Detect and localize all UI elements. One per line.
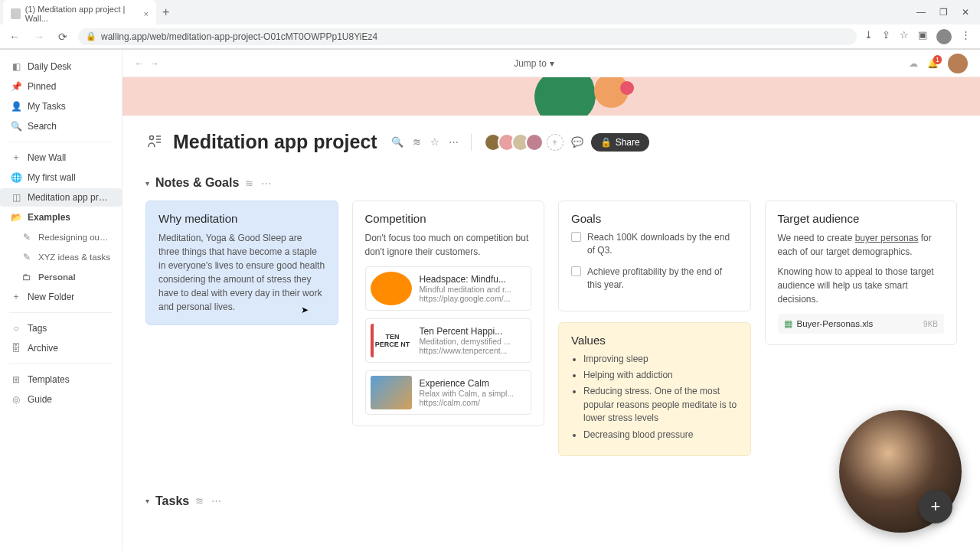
guide-icon: ◎ [11, 394, 21, 405]
title-search-icon[interactable]: 🔍 [391, 136, 403, 148]
sidebar-tags[interactable]: ○Tags [0, 319, 122, 337]
card-goals[interactable]: Goals Reach 100K downloads by the end of… [558, 201, 751, 311]
card-title: Why meditation [158, 212, 325, 225]
sidepanel-icon[interactable]: ▣ [918, 29, 927, 44]
new-tab-button[interactable]: + [156, 2, 175, 22]
sidebar-examples[interactable]: 📂Examples [0, 208, 122, 227]
bookmark-icon[interactable]: ☆ [900, 29, 909, 44]
history-forward-icon[interactable]: → [150, 58, 159, 69]
section-more-icon[interactable]: ⋯ [211, 495, 221, 507]
cloud-sync-icon[interactable]: ☁ [909, 58, 918, 69]
share-label: Share [616, 137, 640, 148]
goal-text: Reach 100K downloads by the end of Q3. [587, 231, 738, 258]
sidebar-guide[interactable]: ◎Guide [0, 390, 122, 409]
tab-title: (1) Meditation app project | Wall... [25, 5, 139, 23]
back-icon[interactable]: ← [6, 28, 23, 46]
project-icon: ◫ [11, 192, 21, 203]
close-tab-icon[interactable]: × [144, 9, 149, 18]
collapse-icon[interactable]: ▾ [145, 497, 149, 505]
minimize-icon[interactable]: — [916, 7, 926, 18]
history-back-icon[interactable]: ← [135, 58, 144, 69]
folder-open-icon: 📂 [11, 212, 21, 223]
share-chrome-icon[interactable]: ⇪ [882, 29, 890, 44]
chrome-menu-icon[interactable]: ⋮ [961, 29, 971, 44]
title-filter-icon[interactable]: ≋ [413, 136, 421, 148]
user-avatar[interactable] [948, 54, 968, 73]
comments-icon[interactable]: 💬 [571, 136, 583, 148]
doc-icon: ✎ [21, 252, 32, 262]
title-more-icon[interactable]: ⋯ [449, 136, 459, 148]
user-icon: 👤 [11, 101, 21, 112]
chevron-down-icon: ▾ [550, 58, 554, 69]
project-title-icon [145, 132, 165, 152]
buyer-personas-link[interactable]: buyer personas [855, 233, 919, 243]
sidebar-new-wall[interactable]: +New Wall [0, 148, 122, 167]
link-card-calm[interactable]: Experience Calm Relax with Calm, a simpl… [365, 370, 532, 415]
link-thumb-icon [371, 376, 412, 409]
sidebar-my-tasks[interactable]: 👤My Tasks [0, 97, 122, 116]
card-title: Competition [365, 212, 532, 225]
card-target-audience[interactable]: Target audience We need to create buyer … [765, 201, 958, 345]
goal-text: Achieve profitability by the end of this… [587, 266, 738, 292]
file-name: Buyer-Personas.xls [797, 319, 874, 328]
add-collaborator-button[interactable]: + [547, 134, 564, 151]
app-topbar: ← → Jump to ▾ ☁ 🔔1 [122, 50, 980, 77]
reload-icon[interactable]: ⟳ [55, 28, 70, 46]
add-fab-button[interactable]: + [919, 490, 952, 523]
link-title: Headspace: Mindfu... [420, 274, 511, 285]
card-title: Goals [571, 212, 738, 225]
notifications-button[interactable]: 🔔1 [927, 58, 939, 69]
file-attachment[interactable]: ▦ Buyer-Personas.xls 9KB [778, 314, 945, 334]
browser-chrome: (1) Meditation app project | Wall... × +… [0, 0, 980, 50]
cursor-icon: ➤ [301, 305, 309, 315]
link-title: Experience Calm [420, 378, 514, 389]
sidebar-daily-desk[interactable]: ◧Daily Desk [0, 57, 122, 76]
desk-icon: ◧ [11, 61, 21, 72]
hero-banner [122, 77, 980, 116]
checkbox[interactable] [571, 266, 581, 276]
share-button[interactable]: 🔒 Share [591, 133, 649, 152]
card-values[interactable]: Values Improving sleep Helping with addi… [558, 322, 751, 456]
search-icon: 🔍 [11, 121, 21, 132]
card-title: Target audience [778, 212, 945, 225]
jump-to-button[interactable]: Jump to ▾ [514, 58, 554, 69]
link-card-headspace[interactable]: Headspace: Mindfu... Mindful meditation … [365, 266, 532, 311]
maximize-icon[interactable]: ❐ [939, 7, 948, 18]
folder-icon: 🗀 [21, 272, 32, 282]
lock-icon: 🔒 [86, 31, 96, 41]
forward-icon[interactable]: → [31, 28, 47, 46]
file-xls-icon: ▦ [784, 318, 792, 329]
install-icon[interactable]: ⤓ [864, 29, 873, 44]
goal-item: Achieve profitability by the end of this… [571, 266, 738, 292]
checkbox[interactable] [571, 232, 581, 242]
link-thumb-icon: TEN PERCE NT [371, 324, 412, 357]
sidebar-redesigning[interactable]: ✎Redesigning our webs... [0, 228, 122, 246]
section-filter-icon[interactable]: ≋ [195, 495, 204, 507]
avatar [525, 133, 544, 152]
close-window-icon[interactable]: ✕ [962, 7, 969, 18]
link-desc: Mindful meditation and r... [420, 285, 511, 294]
collapse-icon[interactable]: ▾ [145, 179, 149, 187]
sidebar-xyz[interactable]: ✎XYZ ideas & tasks [0, 248, 122, 266]
profile-avatar-icon[interactable] [936, 29, 952, 44]
title-star-icon[interactable]: ☆ [430, 136, 439, 148]
sidebar-pinned[interactable]: 📌Pinned [0, 77, 122, 96]
browser-tab[interactable]: (1) Meditation app project | Wall... × [3, 0, 156, 28]
sidebar-new-folder[interactable]: +New Folder [0, 288, 122, 306]
sidebar-archive[interactable]: 🗄Archive [0, 339, 122, 357]
card-competition[interactable]: Competition Don't focus too much on comp… [352, 201, 545, 426]
section-more-icon[interactable]: ⋯ [261, 178, 271, 189]
sidebar-my-first-wall[interactable]: 🌐My first wall [0, 168, 122, 187]
link-card-tenpercent[interactable]: TEN PERCE NT Ten Percent Happi... Medita… [365, 318, 532, 363]
sidebar-personal[interactable]: 🗀Personal [0, 268, 122, 286]
svg-point-0 [150, 135, 154, 139]
collaborator-avatars[interactable]: + [484, 133, 564, 152]
sidebar-templates[interactable]: ⊞Templates [0, 370, 122, 389]
address-bar[interactable]: 🔒 walling.app/web/meditation-app-project… [78, 28, 857, 45]
card-body: Don't focus too much on competition but … [365, 231, 532, 259]
card-why-meditation[interactable]: Why meditation Meditation, Yoga & Good S… [145, 201, 338, 325]
sidebar-meditation-app[interactable]: ◫Meditation app project [0, 188, 122, 207]
section-filter-icon[interactable]: ≋ [245, 178, 253, 189]
jump-to-label: Jump to [514, 58, 547, 69]
sidebar-search[interactable]: 🔍Search [0, 117, 122, 135]
